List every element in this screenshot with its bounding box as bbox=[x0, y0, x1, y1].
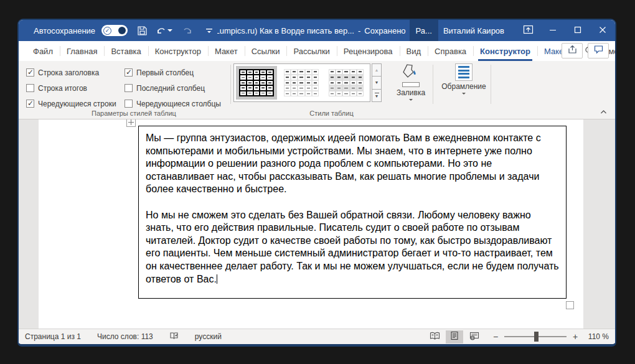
page-indicator[interactable]: Страница 1 из 1 bbox=[21, 332, 85, 341]
checkbox-first-column[interactable]: Первый столбец bbox=[125, 65, 230, 80]
gallery-scroll-down-button[interactable]: ▼ bbox=[372, 77, 382, 89]
zoom-slider-thumb[interactable] bbox=[534, 332, 539, 342]
tab-home[interactable]: Главная bbox=[60, 41, 104, 61]
language-indicator[interactable]: русский bbox=[191, 332, 225, 341]
tab-layout[interactable]: Макет bbox=[208, 41, 245, 61]
save-icon bbox=[137, 26, 148, 36]
desktop-background: Автосохранение ✓ bbox=[0, 0, 635, 364]
tab-view[interactable]: Вид bbox=[400, 41, 428, 61]
autosave-label: Автосохранение bbox=[34, 26, 95, 35]
share-icon bbox=[568, 45, 577, 57]
check-icon: ✓ bbox=[103, 27, 111, 35]
share-button[interactable] bbox=[562, 43, 583, 58]
table-styles-gallery bbox=[233, 63, 370, 102]
table-style-thumbnail-plain[interactable] bbox=[281, 66, 322, 100]
tab-file[interactable]: Файл bbox=[26, 41, 60, 61]
tab-mailings[interactable]: Рассылки bbox=[286, 41, 336, 61]
undo-button[interactable] bbox=[156, 22, 172, 39]
group-label-style-options: Параметры стилей таблиц bbox=[44, 110, 224, 117]
paragraph: Мы — группа энтузиастов, одержимых идеей… bbox=[146, 132, 559, 196]
close-icon bbox=[599, 26, 606, 35]
gallery-more-button[interactable]: ▼ bbox=[372, 90, 382, 102]
borders-button[interactable]: Обрамление bbox=[440, 63, 488, 96]
checkbox-icon bbox=[26, 68, 34, 77]
tab-review[interactable]: Рецензирова bbox=[337, 41, 400, 61]
proofing-status[interactable] bbox=[166, 332, 182, 342]
style-preview bbox=[329, 69, 364, 96]
web-layout-icon bbox=[469, 332, 479, 342]
zoom-control: − + bbox=[492, 332, 579, 342]
print-layout-button[interactable] bbox=[446, 330, 463, 343]
checkbox-icon bbox=[26, 100, 34, 108]
proofing-book-icon bbox=[169, 334, 179, 342]
close-button[interactable] bbox=[590, 20, 615, 41]
checkbox-label: Первый столбец bbox=[136, 68, 194, 77]
toggle-knob bbox=[118, 27, 126, 34]
table-cell[interactable]: Мы — группа энтузиастов, одержимых идеей… bbox=[138, 126, 567, 299]
minimize-button[interactable] bbox=[540, 20, 565, 41]
table-style-thumbnail-grid[interactable] bbox=[236, 66, 277, 100]
document-title-text: (Lumpics.ru) Как в Ворде писать вер... bbox=[217, 26, 354, 35]
web-layout-button[interactable] bbox=[466, 330, 483, 343]
group-divider bbox=[433, 65, 433, 104]
table-style-thumbnail-banded[interactable] bbox=[326, 66, 367, 100]
more-commands-icon bbox=[205, 27, 213, 34]
checkbox-header-row[interactable]: Строка заголовка bbox=[26, 65, 125, 80]
checkbox-label: Последний столбец bbox=[136, 84, 205, 93]
group-divider bbox=[491, 65, 491, 104]
zoom-slider[interactable] bbox=[504, 336, 567, 337]
tab-references[interactable]: Ссылки bbox=[245, 41, 287, 61]
zoom-out-button[interactable]: − bbox=[492, 332, 499, 342]
shading-button[interactable]: Заливка bbox=[392, 63, 430, 103]
borders-label: Обрамление bbox=[441, 82, 486, 91]
quick-access-more-button[interactable] bbox=[201, 22, 217, 39]
word-count[interactable]: Число слов: 113 bbox=[93, 332, 157, 341]
zoom-in-button[interactable]: + bbox=[572, 332, 579, 342]
comments-button[interactable] bbox=[588, 43, 609, 58]
document-area: Мы — группа энтузиастов, одержимых идеей… bbox=[19, 119, 615, 329]
user-name[interactable]: Виталий Каиров bbox=[443, 26, 504, 35]
paragraph: Но мы не сможем это сделать без Вашей об… bbox=[146, 209, 559, 286]
tab-table-design[interactable]: Конструктор bbox=[473, 41, 537, 61]
tab-insert[interactable]: Вставка bbox=[104, 41, 148, 61]
redo-icon bbox=[181, 26, 192, 35]
checkbox-label: Строка итогов bbox=[38, 84, 87, 93]
maximize-button[interactable] bbox=[565, 20, 590, 41]
ribbon-display-options-button[interactable] bbox=[515, 20, 540, 41]
group-divider bbox=[230, 65, 231, 104]
checkbox-icon bbox=[26, 84, 34, 92]
group-label-table-styles: Стили таблиц bbox=[233, 110, 430, 117]
redo-button[interactable] bbox=[179, 22, 195, 39]
read-mode-button[interactable] bbox=[426, 330, 443, 343]
borders-icon bbox=[455, 63, 473, 81]
shading-color-swatch bbox=[402, 82, 420, 87]
style-preview bbox=[239, 69, 274, 96]
comment-icon bbox=[594, 45, 603, 57]
tab-design[interactable]: Конструктор bbox=[148, 41, 208, 61]
paint-bucket-icon bbox=[402, 63, 420, 82]
gallery-scroll-up-button[interactable]: ▲ bbox=[372, 63, 382, 77]
undo-dropdown-arrow bbox=[167, 29, 172, 34]
checkbox-icon bbox=[125, 100, 133, 108]
autosave-toggle[interactable]: ✓ bbox=[101, 25, 128, 36]
checkbox-total-row[interactable]: Строка итогов bbox=[26, 80, 125, 96]
ribbon-body: Строка заголовка Первый столбец Строка и… bbox=[19, 61, 615, 119]
document-page[interactable]: Мы — группа энтузиастов, одержимых идеей… bbox=[39, 119, 583, 329]
maximize-icon bbox=[574, 26, 581, 35]
table-resize-handle[interactable] bbox=[566, 301, 574, 309]
tab-help[interactable]: Справка bbox=[428, 41, 473, 61]
borders-dropdown-arrow bbox=[462, 93, 466, 96]
collapse-ribbon-button[interactable] bbox=[598, 108, 609, 116]
title-separator: - bbox=[358, 26, 360, 35]
gallery-scroll-controls: ▲ ▼ ▼ bbox=[372, 63, 382, 102]
document-title[interactable]: (Lumpics.ru) Как в Ворде писать вер... -… bbox=[217, 26, 409, 35]
table-style-options: Строка заголовка Первый столбец Строка и… bbox=[26, 65, 230, 111]
save-button[interactable] bbox=[134, 22, 150, 39]
shading-dropdown-arrow bbox=[409, 99, 413, 103]
read-mode-icon bbox=[430, 332, 440, 342]
checkbox-last-column[interactable]: Последний столбец bbox=[125, 80, 230, 96]
truncated-titlebar-button[interactable]: Ра... bbox=[410, 20, 438, 41]
paragraph-text: Но мы не сможем это сделать без Вашей об… bbox=[146, 210, 559, 284]
table-move-handle[interactable] bbox=[126, 119, 136, 127]
zoom-percentage[interactable]: 110 % bbox=[581, 332, 609, 341]
